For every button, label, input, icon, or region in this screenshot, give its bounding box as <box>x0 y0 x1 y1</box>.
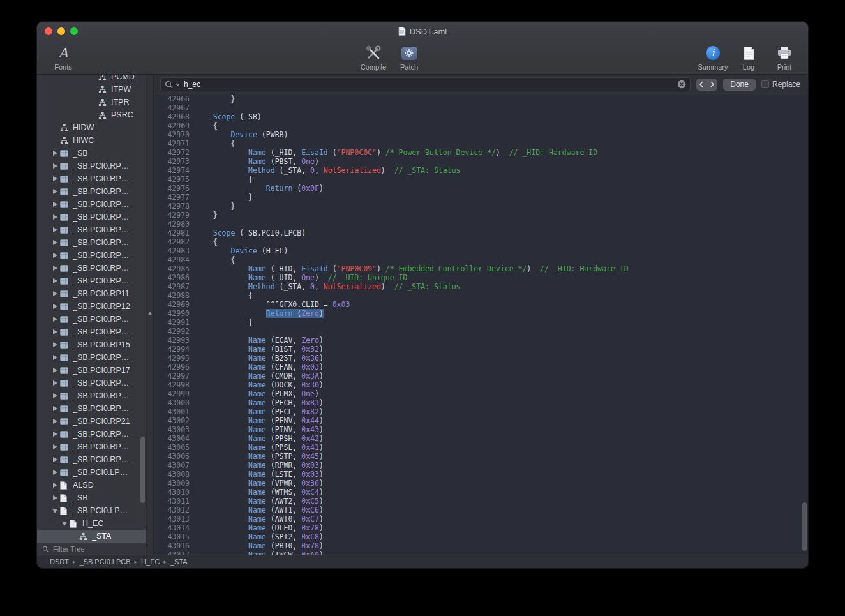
search-input[interactable] <box>183 79 675 89</box>
disclosure-triangle-icon[interactable] <box>50 444 60 449</box>
close-button[interactable] <box>45 27 52 35</box>
disclosure-triangle-icon[interactable] <box>50 380 60 386</box>
tree-item-sb-pci0-rp[interactable]: _SB.PCI0.RP… <box>37 198 146 211</box>
tree-item-sb-pci0-lp[interactable]: _SB.PCI0.LP… <box>37 466 146 479</box>
replace-checkbox[interactable] <box>761 80 769 88</box>
print-button[interactable]: Print <box>767 45 802 71</box>
editor-scrollbar-thumb[interactable] <box>802 502 807 551</box>
tree-item-h-ec[interactable]: H_EC <box>37 517 146 530</box>
disclosure-triangle-icon[interactable] <box>50 329 60 334</box>
disclosure-triangle-icon[interactable] <box>50 189 60 194</box>
tree-item-sb-pci0-rp[interactable]: _SB.PCI0.RP… <box>37 428 146 440</box>
grid-icon <box>60 176 71 183</box>
compile-button[interactable]: Compile <box>356 45 391 71</box>
done-button[interactable]: Done <box>723 79 756 91</box>
find-previous-button[interactable] <box>696 79 707 91</box>
code-text: Name (B1ST, 0x32) <box>195 345 324 354</box>
minimize-button[interactable] <box>57 27 65 35</box>
tree-item-sb-pci0-rp[interactable]: _SB.PCI0.RP… <box>37 313 146 326</box>
tree-item-sb-pci0-rp[interactable]: _SB.PCI0.RP… <box>37 211 146 223</box>
disclosure-triangle-icon[interactable] <box>50 368 60 373</box>
tree-item-itpw[interactable]: ITPW <box>37 83 146 96</box>
tree-item-sb-pci0-rp[interactable]: _SB.PCI0.RP… <box>37 185 146 198</box>
tree-item-sb-pci0-rp[interactable]: _SB.PCI0.RP… <box>37 249 146 262</box>
tree-item-sb-pci0-rp[interactable]: _SB.PCI0.RP… <box>37 377 146 389</box>
disclosure-triangle-icon[interactable] <box>50 509 60 513</box>
disclosure-triangle-icon[interactable] <box>50 393 60 398</box>
tree-item-alsd[interactable]: ALSD <box>37 479 146 492</box>
tree-item-sb-pci0-rp[interactable]: _SB.PCI0.RP… <box>37 326 146 338</box>
sidebar-tree[interactable]: PCMDITPWITPRPSRCHIDWHIWC_SB_SB.PCI0.RP…_… <box>37 75 146 543</box>
disclosure-triangle-icon[interactable] <box>50 214 60 220</box>
tree-item-hiwc[interactable]: HIWC <box>37 134 146 147</box>
tree-item-pcmd[interactable]: PCMD <box>37 75 146 83</box>
disclosure-triangle-icon[interactable] <box>50 342 60 347</box>
tree-item-sb-pci0-lp[interactable]: _SB.PCI0.LP… <box>37 504 146 517</box>
tree-item-hidw[interactable]: HIDW <box>37 121 146 134</box>
tree-item-sb-pci0-rp[interactable]: _SB.PCI0.RP… <box>37 389 146 402</box>
tree-item-sb-pci0-rp17[interactable]: _SB.PCI0.RP17 <box>37 364 146 377</box>
find-next-button[interactable] <box>707 79 717 91</box>
summary-button[interactable]: i Summary <box>696 45 730 71</box>
disclosure-triangle-icon[interactable] <box>50 278 60 283</box>
disclosure-triangle-icon[interactable] <box>50 457 60 462</box>
disclosure-triangle-icon[interactable] <box>50 355 60 360</box>
disclosure-triangle-icon[interactable] <box>50 227 60 232</box>
splitter[interactable] <box>146 75 154 555</box>
filter-tree-input[interactable] <box>52 545 124 553</box>
disclosure-triangle-icon[interactable] <box>50 495 60 500</box>
document-icon[interactable] <box>398 27 406 36</box>
tree-item-itpr[interactable]: ITPR <box>37 96 146 109</box>
tree-item-sb-pci0-rp[interactable]: _SB.PCI0.RP… <box>37 351 146 364</box>
tree-item-sb-pci0-rp[interactable]: _SB.PCI0.RP… <box>37 262 146 274</box>
title-bar[interactable]: DSDT.aml <box>37 22 808 41</box>
code-text: Name (SPT2, 0xC8) <box>195 532 324 541</box>
tree-item-label: _SB.PCI0.RP… <box>73 200 129 209</box>
tree-item-sb[interactable]: _SB <box>37 492 146 504</box>
tree-item-psrc[interactable]: PSRC <box>37 109 146 121</box>
find-navigation-segmented-control <box>696 79 717 91</box>
tree-item-label: _SB.PCI0.RP… <box>73 251 129 260</box>
sidebar-scrollbar-thumb[interactable] <box>140 437 145 503</box>
disclosure-triangle-icon[interactable] <box>50 291 60 296</box>
disclosure-triangle-icon[interactable] <box>50 163 60 169</box>
code-editor[interactable]: 42966 }4296742968 Scope (_SB)42969 {4297… <box>154 94 808 555</box>
disclosure-triangle-icon[interactable] <box>50 470 60 475</box>
tree-item-sb-pci0-rp[interactable]: _SB.PCI0.RP… <box>37 440 146 453</box>
disclosure-triangle-icon[interactable] <box>50 151 60 156</box>
disclosure-triangle-icon[interactable] <box>50 304 60 309</box>
tree-item-sb-pci0-rp[interactable]: _SB.PCI0.RP… <box>37 223 146 236</box>
search-scope-chevron-icon[interactable] <box>176 83 180 86</box>
disclosure-triangle-icon[interactable] <box>50 317 60 322</box>
disclosure-triangle-icon[interactable] <box>50 253 60 258</box>
tree-item-sb[interactable]: _SB <box>37 147 146 160</box>
disclosure-triangle-icon[interactable] <box>50 483 60 488</box>
tree-item-sta[interactable]: _STA <box>37 530 146 543</box>
disclosure-triangle-icon[interactable] <box>50 266 60 271</box>
log-button[interactable]: Log <box>731 45 766 71</box>
patch-button[interactable]: Patch <box>392 45 426 71</box>
code-line-42999: 42999 Name (PLMX, One) <box>154 389 808 398</box>
disclosure-triangle-icon[interactable] <box>50 406 60 411</box>
tree-item-sb-pci0-rp[interactable]: _SB.PCI0.RP… <box>37 453 146 466</box>
tree-item-sb-pci0-rp[interactable]: _SB.PCI0.RP… <box>37 236 146 249</box>
search-field[interactable] <box>160 77 691 91</box>
tree-item-sb-pci0-rp[interactable]: _SB.PCI0.RP… <box>37 274 146 287</box>
disclosure-triangle-icon[interactable] <box>50 202 60 207</box>
tree-item-sb-pci0-rp21[interactable]: _SB.PCI0.RP21 <box>37 415 146 428</box>
tree-item-sb-pci0-rp[interactable]: _SB.PCI0.RP… <box>37 402 146 415</box>
tree-item-sb-pci0-rp12[interactable]: _SB.PCI0.RP12 <box>37 300 146 313</box>
disclosure-triangle-icon[interactable] <box>59 522 70 526</box>
zoom-button[interactable] <box>70 27 78 35</box>
disclosure-triangle-icon[interactable] <box>50 432 60 437</box>
disclosure-triangle-icon[interactable] <box>50 240 60 245</box>
tree-item-sb-pci0-rp[interactable]: _SB.PCI0.RP… <box>37 172 146 185</box>
disclosure-triangle-icon[interactable] <box>50 176 60 181</box>
code-text: Name (WTMS, 0xC4) <box>195 488 324 497</box>
clear-search-button[interactable] <box>677 80 686 89</box>
tree-item-sb-pci0-rp[interactable]: _SB.PCI0.RP… <box>37 160 146 172</box>
fonts-button[interactable]: A Fonts <box>46 45 80 71</box>
tree-item-sb-pci0-rp11[interactable]: _SB.PCI0.RP11 <box>37 287 146 300</box>
tree-item-sb-pci0-rp15[interactable]: _SB.PCI0.RP15 <box>37 338 146 351</box>
disclosure-triangle-icon[interactable] <box>50 419 60 424</box>
